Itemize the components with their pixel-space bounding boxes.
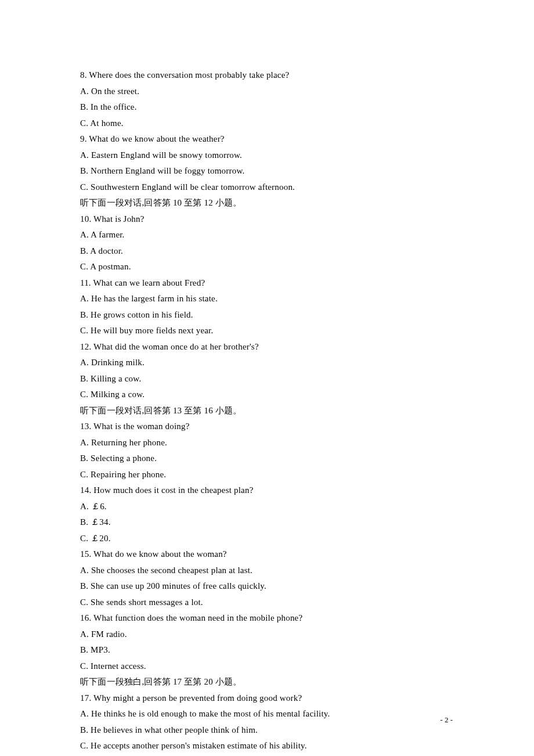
section-instruction-17-20: 听下面一段独白,回答第 17 至第 20 小题。 bbox=[80, 674, 453, 690]
question-15-option-c: C. She sends short messages a lot. bbox=[80, 595, 453, 611]
question-12-option-c: C. Milking a cow. bbox=[80, 387, 453, 403]
question-18-stem: 18. What will a person do if he believes… bbox=[80, 754, 453, 757]
question-15-stem: 15. What do we know about the woman? bbox=[80, 546, 453, 563]
document-body: 8. Where does the conversation most prob… bbox=[80, 67, 453, 756]
question-17-option-b: B. He believes in what other people thin… bbox=[80, 722, 453, 739]
question-8-stem: 8. Where does the conversation most prob… bbox=[80, 67, 453, 84]
question-13-option-c: C. Repairing her phone. bbox=[80, 467, 453, 483]
question-10-option-c: C. A postman. bbox=[80, 259, 453, 275]
section-instruction-10-12: 听下面一段对话,回答第 10 至第 12 小题。 bbox=[80, 195, 453, 211]
question-12-option-b: B. Killing a cow. bbox=[80, 371, 453, 387]
question-17-option-a: A. He thinks he is old enough to make th… bbox=[80, 706, 453, 722]
question-17-option-c: C. He accepts another person's mistaken … bbox=[80, 738, 453, 754]
question-13-option-a: A. Returning her phone. bbox=[80, 435, 453, 451]
question-8-option-b: B. In the office. bbox=[80, 99, 453, 116]
page-number: - 2 - bbox=[440, 715, 453, 725]
question-14-option-a: A. ￡6. bbox=[80, 499, 453, 515]
question-11-option-a: A. He has the largest farm in his state. bbox=[80, 291, 453, 307]
section-instruction-13-16: 听下面一段对话,回答第 13 至第 16 小题。 bbox=[80, 403, 453, 419]
question-15-option-a: A. She chooses the second cheapest plan … bbox=[80, 563, 453, 579]
question-11-stem: 11. What can we learn about Fred? bbox=[80, 275, 453, 291]
question-14-stem: 14. How much does it cost in the cheapes… bbox=[80, 483, 453, 499]
question-9-stem: 9. What do we know about the weather? bbox=[80, 131, 453, 147]
question-11-option-c: C. He will buy more fields next year. bbox=[80, 323, 453, 339]
question-16-stem: 16. What function does the woman need in… bbox=[80, 610, 453, 627]
question-17-stem: 17. Why might a person be prevented from… bbox=[80, 690, 453, 707]
question-8-option-a: A. On the street. bbox=[80, 84, 453, 100]
question-12-stem: 12. What did the woman once do at her br… bbox=[80, 339, 453, 355]
question-13-stem: 13. What is the woman doing? bbox=[80, 419, 453, 435]
question-13-option-b: B. Selecting a phone. bbox=[80, 451, 453, 467]
question-16-option-b: B. MP3. bbox=[80, 642, 453, 658]
question-10-option-b: B. A doctor. bbox=[80, 243, 453, 260]
question-9-option-a: A. Eastern England will be snowy tomorro… bbox=[80, 147, 453, 164]
question-16-option-c: C. Internet access. bbox=[80, 658, 453, 675]
question-15-option-b: B. She can use up 200 minutes of free ca… bbox=[80, 578, 453, 595]
question-10-stem: 10. What is John? bbox=[80, 211, 453, 228]
question-8-option-c: C. At home. bbox=[80, 116, 453, 132]
question-14-option-b: B. ￡34. bbox=[80, 514, 453, 531]
question-9-option-b: B. Northern England will be foggy tomorr… bbox=[80, 163, 453, 179]
question-9-option-c: C. Southwestern England will be clear to… bbox=[80, 179, 453, 196]
question-14-option-c: C. ￡20. bbox=[80, 531, 453, 547]
question-12-option-a: A. Drinking milk. bbox=[80, 355, 453, 371]
question-11-option-b: B. He grows cotton in his field. bbox=[80, 307, 453, 323]
question-10-option-a: A. A farmer. bbox=[80, 227, 453, 243]
question-16-option-a: A. FM radio. bbox=[80, 627, 453, 643]
